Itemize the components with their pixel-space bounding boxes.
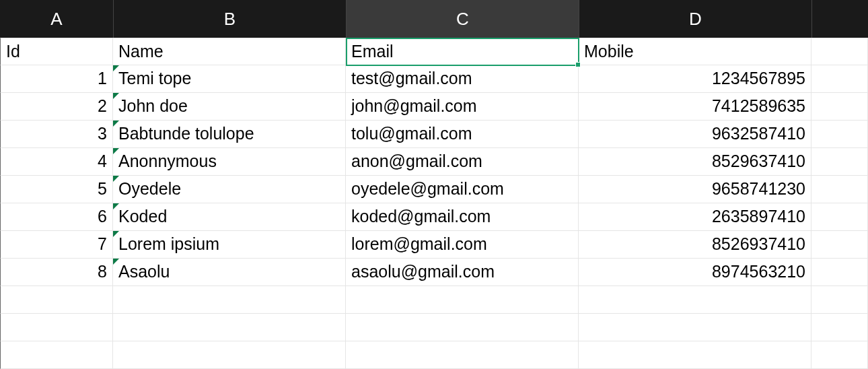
cell-name[interactable]: Koded	[113, 203, 346, 231]
cell-mobile[interactable]: 2635897410	[579, 203, 811, 231]
cell-empty[interactable]	[811, 121, 868, 148]
cell-e1[interactable]	[811, 38, 868, 65]
cell-email[interactable]: asaolu@gmail.com	[346, 259, 579, 286]
table-row: 5 Oyedele oyedele@gmail.com 9658741230	[0, 176, 868, 203]
cell-empty[interactable]	[579, 341, 811, 369]
cell-email[interactable]: test@gmail.com	[346, 65, 579, 93]
cell-empty[interactable]	[811, 259, 868, 286]
column-header-b[interactable]: B	[113, 0, 346, 38]
cell-empty[interactable]	[811, 314, 868, 341]
cell-empty[interactable]	[113, 286, 346, 314]
cell-mobile[interactable]: 9632587410	[579, 121, 811, 148]
cell-email[interactable]: john@gmail.com	[346, 93, 579, 121]
cell-id[interactable]: 4	[0, 148, 113, 176]
cell-mobile[interactable]: 1234567895	[579, 65, 811, 93]
cell-name[interactable]: Anonnymous	[113, 148, 346, 176]
cell-d1[interactable]: Mobile	[579, 38, 811, 65]
column-header-a[interactable]: A	[0, 0, 113, 38]
cell-empty[interactable]	[811, 65, 868, 93]
cell-empty[interactable]	[811, 148, 868, 176]
cell-empty[interactable]	[346, 341, 579, 369]
cell-id[interactable]: 7	[0, 231, 113, 259]
cell-id[interactable]: 5	[0, 176, 113, 203]
cell-c1[interactable]: Email	[346, 38, 579, 65]
cell-id[interactable]: 8	[0, 259, 113, 286]
cell-email[interactable]: oyedele@gmail.com	[346, 176, 579, 203]
cell-mobile[interactable]: 8526937410	[579, 231, 811, 259]
cell-name[interactable]: Temi tope	[113, 65, 346, 93]
cell-empty[interactable]	[346, 286, 579, 314]
cell-empty[interactable]	[0, 341, 113, 369]
spreadsheet[interactable]: A B C D Id Name Email Mobile 1 Temi tope…	[0, 0, 868, 369]
column-header-extra[interactable]	[811, 0, 868, 38]
cell-email[interactable]: anon@gmail.com	[346, 148, 579, 176]
table-row: 4 Anonnymous anon@gmail.com 8529637410	[0, 148, 868, 176]
cell-empty[interactable]	[811, 286, 868, 314]
table-row: 8 Asaolu asaolu@gmail.com 8974563210	[0, 259, 868, 286]
cell-empty[interactable]	[811, 93, 868, 121]
table-row: 6 Koded koded@gmail.com 2635897410	[0, 203, 868, 231]
cell-empty[interactable]	[0, 314, 113, 341]
table-row: 7 Lorem ipsium lorem@gmail.com 852693741…	[0, 231, 868, 259]
cell-empty[interactable]	[346, 314, 579, 341]
cell-empty[interactable]	[811, 203, 868, 231]
cell-empty[interactable]	[811, 341, 868, 369]
table-row: 1 Temi tope test@gmail.com 1234567895	[0, 65, 868, 93]
cell-name[interactable]: Asaolu	[113, 259, 346, 286]
cell-empty[interactable]	[579, 286, 811, 314]
cell-name[interactable]: John doe	[113, 93, 346, 121]
cell-id[interactable]: 1	[0, 65, 113, 93]
cell-email[interactable]: tolu@gmail.com	[346, 121, 579, 148]
cell-email[interactable]: koded@gmail.com	[346, 203, 579, 231]
cell-empty[interactable]	[811, 231, 868, 259]
cell-mobile[interactable]: 8529637410	[579, 148, 811, 176]
cell-id[interactable]: 2	[0, 93, 113, 121]
cell-empty[interactable]	[113, 314, 346, 341]
cell-mobile[interactable]: 8974563210	[579, 259, 811, 286]
cell-empty[interactable]	[811, 176, 868, 203]
cell-mobile[interactable]: 9658741230	[579, 176, 811, 203]
cell-a1[interactable]: Id	[0, 38, 113, 65]
cell-id[interactable]: 6	[0, 203, 113, 231]
table-row-empty	[0, 341, 868, 369]
cell-empty[interactable]	[579, 314, 811, 341]
column-header-c[interactable]: C	[346, 0, 579, 38]
cell-name[interactable]: Babtunde tolulope	[113, 121, 346, 148]
cell-name[interactable]: Oyedele	[113, 176, 346, 203]
table-row: Id Name Email Mobile	[0, 38, 868, 65]
table-row-empty	[0, 286, 868, 314]
column-header-row: A B C D	[0, 0, 868, 38]
cell-email[interactable]: lorem@gmail.com	[346, 231, 579, 259]
cell-empty[interactable]	[0, 286, 113, 314]
table-row: 3 Babtunde tolulope tolu@gmail.com 96325…	[0, 121, 868, 148]
table-row-empty	[0, 314, 868, 341]
cell-b1[interactable]: Name	[113, 38, 346, 65]
cell-empty[interactable]	[113, 341, 346, 369]
cell-id[interactable]: 3	[0, 121, 113, 148]
table-row: 2 John doe john@gmail.com 7412589635	[0, 93, 868, 121]
cell-name[interactable]: Lorem ipsium	[113, 231, 346, 259]
column-header-d[interactable]: D	[579, 0, 811, 38]
cell-mobile[interactable]: 7412589635	[579, 93, 811, 121]
